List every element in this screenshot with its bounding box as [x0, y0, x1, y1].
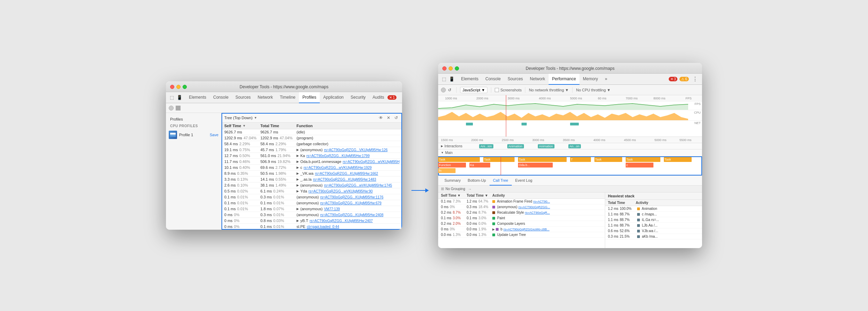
total-time-header[interactable]: Total Time: [260, 124, 295, 128]
table-row[interactable]: 1202.9 ms47.04% 1202.9 ms47.04% (program…: [222, 135, 402, 141]
perf-record-button[interactable]: [441, 88, 446, 92]
eye-icon[interactable]: 👁: [378, 115, 384, 121]
table-row[interactable]: 9626.7 ms 9626.7 ms (idle): [222, 129, 402, 135]
table-row[interactable]: 2.6 ms0.10% 38.1 ms1.49% ▶ (anonymous) r…: [222, 182, 402, 188]
list-item[interactable]: 0 ms0% 0.3 ms18.4% (anonymous) rs=ACT90o…: [438, 204, 605, 210]
table-row[interactable]: 0.5 ms0.02% 6.1 ms0.24% ▶ Yda rs=ACT90oG…: [222, 188, 402, 194]
function-link[interactable]: VM77:139: [324, 207, 340, 211]
table-row[interactable]: 0 ms0% 0.3 ms0.01% (anonymous) rs=ACT90o…: [222, 212, 402, 218]
activity-link[interactable]: rs=ACT90oGqRZGG...: [518, 205, 550, 209]
network-throttle-selector[interactable]: No network throttling ▼: [529, 88, 569, 92]
reload-button[interactable]: ↺: [448, 88, 453, 92]
profile-item[interactable]: Profile 1 Save: [166, 129, 221, 140]
tab-security[interactable]: Security: [347, 92, 369, 103]
function-header[interactable]: Function: [297, 124, 399, 128]
right-minimize-button[interactable]: [449, 66, 453, 71]
total-time-col-header[interactable]: Total Time ▼: [467, 194, 491, 197]
hs-activity-header[interactable]: Activity: [636, 201, 699, 205]
list-item[interactable]: 0.6 ms52.6% VJb.wa /...: [605, 228, 702, 234]
function-link[interactable]: rs=ACT90oGqRZGG...KUlgM95Hw:679: [320, 201, 381, 205]
right-maximize-button[interactable]: [455, 66, 459, 71]
table-row[interactable]: 0.1 ms0.01% 0.3 ms0.01% (anonymous) rs=A…: [222, 194, 402, 200]
right-tab-more[interactable]: »: [601, 74, 611, 85]
right-mobile-icon[interactable]: 📱: [449, 76, 455, 82]
self-time-header[interactable]: Self Time ▼: [224, 124, 259, 128]
refresh-icon[interactable]: ↺: [393, 115, 399, 121]
tab-timeline[interactable]: Timeline: [276, 92, 299, 103]
list-item[interactable]: 1.1 ms88.7% LJb.Aa /...: [605, 223, 702, 228]
table-row[interactable]: 0 ms0% 0.8 ms0.03% ▶ yB.T rs=ACT90oGqRZG…: [222, 218, 402, 224]
save-profile-button[interactable]: Save: [210, 133, 218, 137]
table-row[interactable]: 11.7 ms0.46% 506.9 ms19.82% ▶ Oda.b.port…: [222, 159, 402, 165]
tab-bottom-up[interactable]: Bottom-Up: [464, 176, 490, 186]
tab-profiles[interactable]: Profiles: [299, 92, 320, 103]
right-tab-memory[interactable]: Memory: [579, 74, 601, 85]
function-link[interactable]: rs=ACT90oGqRZGG...KUlgM95Hw:1662: [315, 172, 378, 175]
hs-total-header[interactable]: Total Time: [608, 201, 636, 205]
interactions-expand-icon[interactable]: ▶: [441, 145, 443, 148]
self-time-col-header[interactable]: Self Time ▼: [441, 194, 465, 197]
tab-summary[interactable]: Summary: [441, 176, 464, 186]
timeline-overview[interactable]: 1000 ms 2000 ms 3000 ms 4000 ms 5000 ms …: [438, 95, 702, 137]
tab-audits[interactable]: Audits: [369, 92, 387, 103]
table-row[interactable]: 3.3 ms0.13% 14.1 ms0.55% ▶ _.as.la rs=AC…: [222, 177, 402, 182]
table-row[interactable]: 0 ms0% 0.1 ms0.01% sl.PE cb=gapi.loaded_…: [222, 224, 402, 230]
tab-console[interactable]: Console: [210, 92, 232, 103]
list-item[interactable]: 0.2 ms2.0% 0.0 ms0.0% Composite Layers: [438, 221, 605, 227]
js-profiler-selector[interactable]: JavaScript ▼: [460, 87, 487, 93]
cpu-throttle-selector[interactable]: No CPU throttling ▼: [576, 88, 610, 92]
activity-link[interactable]: rs=ACT90...: [533, 200, 550, 203]
mobile-icon[interactable]: 📱: [176, 95, 183, 101]
function-link[interactable]: rs=ACT90oGqRZGG...wVKUlgM95Hw:1929: [304, 166, 372, 170]
list-item[interactable]: 0.3 ms21.5% aKb /ma...: [605, 234, 702, 239]
flame-chart[interactable]: Task Function fn Ka Task Task Oda.b... T…: [438, 156, 702, 175]
screenshot-toggle[interactable]: Screenshots: [495, 88, 521, 92]
activity-col-header[interactable]: Activity: [492, 194, 602, 197]
left-close-button[interactable]: [170, 85, 174, 89]
function-link[interactable]: cb=gapi.loaded_0:44: [307, 225, 339, 229]
left-maximize-button[interactable]: [183, 85, 187, 89]
table-row[interactable]: 12.7 ms0.50% 561.0 ms21.94% ▶ Ka rs=ACT9…: [222, 153, 402, 159]
function-link[interactable]: rs=ACT90oGqRZGG...KUlgM95Hw:2408: [320, 213, 383, 217]
table-row[interactable]: 0.1 ms0.01% 0.1 ms0.01% (anonymous) rs=A…: [222, 200, 402, 206]
tab-network[interactable]: Network: [254, 92, 276, 103]
right-menu-button[interactable]: ⋮: [691, 76, 699, 82]
table-row[interactable]: 0.1 ms0.01% 1.8 ms0.07% ▶ (anonymous) VM…: [222, 206, 402, 212]
table-row[interactable]: 19.1 ms0.75% 45.7 ms1.79% ▶ (anonymous) …: [222, 147, 402, 153]
right-close-button[interactable]: [442, 66, 446, 71]
tab-elements[interactable]: Elements: [185, 92, 210, 103]
table-row[interactable]: 10.1 ms0.40% 69.6 ms2.72% ▶ c rs=ACT90oG…: [222, 165, 402, 171]
list-item[interactable]: 0.2 ms8.7% 0.2 ms8.7% Recalculate Style …: [438, 210, 605, 215]
tree-type-selector[interactable]: Tree (Top Down) ▼: [224, 116, 257, 120]
main-expand-icon[interactable]: ▼: [441, 151, 444, 154]
table-row[interactable]: 8.9 ms0.35% 50.5 ms1.98% ▶ _VK.wa rs=ACT…: [222, 171, 402, 177]
function-link[interactable]: rs=ACT90oGqRZGG...KUlgM95Hw:2407: [310, 219, 373, 223]
inspect-icon[interactable]: ⬚: [169, 95, 175, 101]
tab-event-log[interactable]: Event Log: [512, 176, 536, 186]
activity-link[interactable]: rs=ACT90oGqRZGGxuWo-z8B...: [503, 228, 550, 231]
table-row[interactable]: 58.4 ms2.29% 58.4 ms2.29% (garbage colle…: [222, 141, 402, 147]
clear-icon[interactable]: ✕: [385, 115, 392, 121]
tab-sources[interactable]: Sources: [232, 92, 254, 103]
right-tab-elements[interactable]: Elements: [458, 74, 482, 85]
stop-button[interactable]: [176, 106, 181, 111]
screenshot-checkbox[interactable]: [495, 88, 499, 92]
function-link[interactable]: rs=ACT90oGqRZGG...VKUlgM95Hw:126: [324, 148, 387, 152]
left-minimize-button[interactable]: [176, 85, 181, 89]
left-menu-button[interactable]: ⋮: [399, 94, 402, 101]
list-item[interactable]: 0.1 ms7.3% 1.2 ms64.7% Animation Frame F…: [438, 199, 605, 204]
function-link[interactable]: rs=ACT90oGqRZGG...wVKUlgM95Hw:1745: [324, 183, 392, 187]
function-link[interactable]: rs=ACT90oGqRZGG...KUlgM95Hw:1799: [306, 154, 369, 158]
function-link[interactable]: rs=ACT90oGqRZGG...wVKUlgM95Hw:88: [343, 160, 399, 164]
list-item[interactable]: 0 ms0% 0.0 ms1.9% ▶ b rs=ACT90oGqRZGGxuW…: [438, 227, 605, 232]
function-link[interactable]: rs=ACT90oGqRZGG...KUlgM95Hw:1176: [320, 195, 383, 199]
right-tab-performance[interactable]: Performance: [549, 74, 579, 85]
right-inspect-icon[interactable]: ⬚: [441, 76, 447, 82]
list-item[interactable]: 1.1 ms88.7% iL.Ga rs=...: [605, 217, 702, 223]
right-tab-console[interactable]: Console: [482, 74, 504, 85]
tab-call-tree[interactable]: Call Tree: [490, 176, 512, 186]
right-tab-sources[interactable]: Sources: [504, 74, 526, 85]
list-item[interactable]: 0.0 ms1.3% 0.0 ms1.3% Update Layer Tree: [438, 232, 605, 238]
tab-application[interactable]: Application: [320, 92, 347, 103]
function-link[interactable]: rs=ACT90oGqRZGG...KUlgM95Hw:1483: [313, 178, 376, 181]
